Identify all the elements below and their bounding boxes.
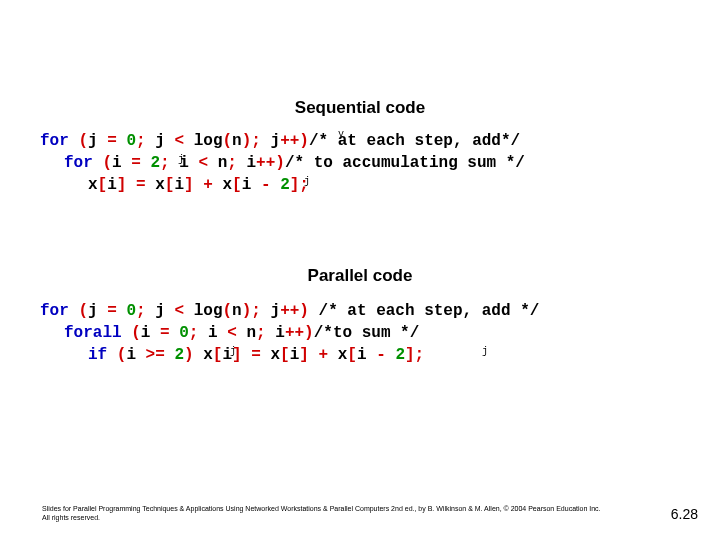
code-line: for (i = 2; i < n; i++)/* to accumulatin… bbox=[40, 152, 525, 174]
comment: /*to sum */ bbox=[314, 324, 420, 342]
comment: /* to accumulating sum */ bbox=[285, 154, 525, 172]
keyword-for: for bbox=[64, 154, 93, 172]
overlay-glyph: j bbox=[304, 176, 310, 187]
code-line: if (i >= 2) x[i] = x[i] + x[i - 2]; bbox=[40, 344, 539, 366]
comment: /* at each step, add */ bbox=[319, 302, 540, 320]
slide: Sequential code for (j = 0; j < log(n); … bbox=[0, 0, 720, 540]
page-number: 6.28 bbox=[671, 506, 698, 522]
code-line: for (j = 0; j < log(n); j++) /* at each … bbox=[40, 300, 539, 322]
overlay-glyph: j bbox=[178, 154, 184, 165]
keyword-if: if bbox=[88, 346, 107, 364]
sequential-code-block: for (j = 0; j < log(n); j++)/* at each s… bbox=[40, 130, 525, 196]
keyword-for: for bbox=[40, 302, 69, 320]
heading-sequential: Sequential code bbox=[0, 98, 720, 118]
heading-parallel: Parallel code bbox=[0, 266, 720, 286]
overlay-glyph: y bbox=[338, 129, 344, 140]
overlay-glyph: j bbox=[230, 346, 236, 357]
code-line: x[i] = x[i] + x[i - 2]; bbox=[40, 174, 525, 196]
overlay-glyph: j bbox=[482, 346, 488, 357]
keyword-for: for bbox=[40, 132, 69, 150]
keyword-forall: forall bbox=[64, 324, 122, 342]
footer-credit: Slides for Parallel Programming Techniqu… bbox=[42, 504, 602, 522]
parallel-code-block: for (j = 0; j < log(n); j++) /* at each … bbox=[40, 300, 539, 366]
code-line: forall (i = 0; i < n; i++)/*to sum */ bbox=[40, 322, 539, 344]
code-line: for (j = 0; j < log(n); j++)/* at each s… bbox=[40, 130, 525, 152]
